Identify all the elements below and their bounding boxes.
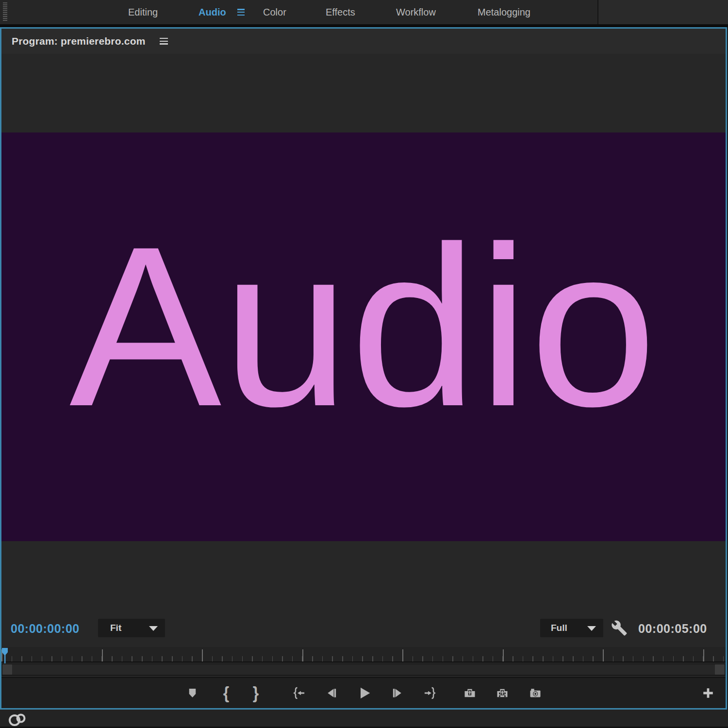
premiere-pro-window: Editing Audio Color Effects Workflow Met… <box>0 0 728 728</box>
export-frame-button[interactable] <box>525 680 546 706</box>
step-back-button[interactable] <box>321 680 343 706</box>
workspace-tab-bar: Editing Audio Color Effects Workflow Met… <box>0 0 728 24</box>
program-monitor-panel: Program: premierebro.com Audio 00:00:00:… <box>0 27 727 710</box>
panel-menu-icon[interactable] <box>160 38 168 45</box>
tab-editing[interactable]: Editing <box>128 0 158 24</box>
panel-divider <box>597 0 598 24</box>
button-editor-button[interactable] <box>697 680 719 706</box>
extract-icon <box>496 686 509 700</box>
panel-grip-icon[interactable] <box>3 2 7 22</box>
tab-bar-empty-area <box>598 0 728 24</box>
tab-audio[interactable]: Audio <box>199 0 226 24</box>
tab-color[interactable]: Color <box>263 0 286 24</box>
scrollbar-handle-left[interactable] <box>2 664 12 675</box>
playback-resolution-select[interactable]: Full <box>540 619 603 637</box>
mark-out-button[interactable]: } <box>245 680 266 706</box>
step-forward-icon <box>390 686 404 700</box>
button-editor-plus-icon <box>702 687 714 699</box>
add-marker-icon <box>186 687 199 700</box>
settings-wrench-icon[interactable] <box>611 620 628 636</box>
timeline-ruler[interactable] <box>1 647 726 662</box>
zoom-level-select[interactable]: Fit <box>98 619 165 637</box>
tab-workflow[interactable]: Workflow <box>396 0 436 24</box>
duration-timecode: 00:00:05:00 <box>638 622 707 636</box>
tab-effects[interactable]: Effects <box>326 0 355 24</box>
chevron-down-icon <box>149 626 158 631</box>
go-to-in-button[interactable] <box>288 680 310 706</box>
current-timecode[interactable]: 00:00:00:00 <box>11 622 80 636</box>
step-back-icon <box>325 686 339 700</box>
transport-toolbar: { } <box>1 677 726 708</box>
lift-icon <box>463 686 477 700</box>
mark-out-icon: } <box>253 684 259 701</box>
playhead-icon[interactable] <box>1 648 9 663</box>
lower-panel-strip <box>0 710 728 728</box>
workspace-overflow-menu-icon[interactable] <box>237 9 245 16</box>
lift-button[interactable] <box>459 680 480 706</box>
export-frame-camera-icon <box>529 686 542 700</box>
add-marker-button[interactable] <box>182 680 203 706</box>
program-panel-title: Program: premierebro.com <box>12 29 146 54</box>
mark-in-icon: { <box>223 684 229 701</box>
play-button[interactable] <box>354 680 375 706</box>
tab-metalogging[interactable]: Metalogging <box>478 0 530 24</box>
play-icon <box>357 685 372 701</box>
program-panel-header: Program: premierebro.com <box>1 29 726 54</box>
viewer-title-graphic: Audio <box>1 213 726 441</box>
go-to-out-icon <box>423 686 437 700</box>
scrollbar-thumb[interactable] <box>2 664 725 675</box>
scrollbar-handle-right[interactable] <box>715 664 725 675</box>
extract-button[interactable] <box>492 680 513 706</box>
creative-cloud-logo-icon <box>6 711 29 728</box>
program-viewer[interactable]: Audio <box>1 132 726 541</box>
go-to-in-icon <box>292 686 306 700</box>
viewer-zoom-scrollbar[interactable] <box>1 663 726 676</box>
step-forward-button[interactable] <box>386 680 408 706</box>
mark-in-button[interactable]: { <box>215 680 237 706</box>
go-to-out-button[interactable] <box>419 680 441 706</box>
chevron-down-icon <box>587 626 596 631</box>
